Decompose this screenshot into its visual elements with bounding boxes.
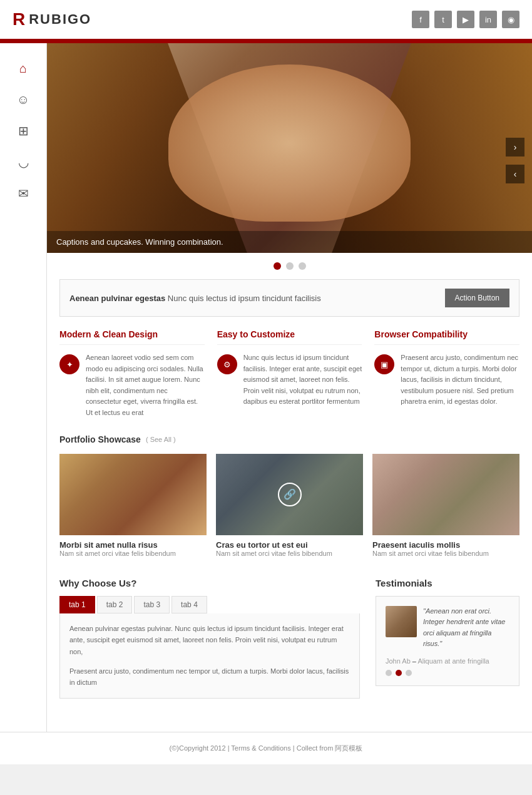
feature-modern-design: Modern & Clean Design ✦ Aenean laoreet v… — [59, 329, 217, 419]
testimonials-quote: "Aenean non erat orci. Integer hendrerit… — [423, 606, 509, 650]
portfolio-name-2: Cras eu tortor ut est eui — [216, 540, 363, 550]
testimonials-box: "Aenean non erat orci. Integer hendrerit… — [376, 596, 519, 686]
twitter-icon[interactable]: t — [434, 11, 452, 28]
testimonials-author: John Ab – Aliquam at ante fringilla — [386, 657, 509, 665]
portfolio-thumb-3: 🔗 — [372, 454, 519, 535]
nav-mail[interactable]: ✉ — [11, 181, 36, 206]
portfolio-name-3: Praesent iaculis mollis — [372, 540, 519, 550]
hero-caption: Captions and cupcakes. Winning combinati… — [47, 231, 532, 253]
testimonials-avatar — [386, 606, 417, 637]
feature-modern-title: Modern & Clean Design — [59, 329, 205, 345]
portfolio-section: Portfolio Showcase ( See All ) 🔗 Morbi s… — [59, 434, 519, 562]
slider-dot-2[interactable] — [286, 262, 294, 270]
portfolio-link-icon-2: 🔗 — [278, 483, 302, 506]
portfolio-info-3: Praesent iaculis mollis Nam sit amet orc… — [372, 535, 519, 562]
why-choose-title: Why Choose Us? — [59, 578, 360, 588]
testimonials-author-name: John Ab — [386, 657, 411, 665]
portfolio-info-2: Cras eu tortor ut est eui Nam sit amet o… — [216, 535, 363, 562]
nav-user[interactable]: ☺ — [11, 87, 36, 112]
feature-customize-icon: ⚙ — [217, 354, 237, 374]
portfolio-thumb-1: 🔗 — [59, 454, 207, 535]
action-text: Aenean pulvinar egestas Nunc quis lectus… — [69, 294, 321, 303]
header: R RUBIGO f t ▶ in ◉ — [0, 0, 532, 41]
facebook-icon[interactable]: f — [412, 11, 429, 28]
action-text-bold: Aenean pulvinar egestas — [69, 294, 165, 303]
footer-text: (©)Copyright 2012 | Terms & Conditions |… — [170, 744, 363, 752]
logo-text: RUBIGO — [29, 11, 91, 28]
linkedin-icon[interactable]: in — [479, 11, 497, 28]
testimonials-dots — [386, 670, 509, 676]
footer: (©)Copyright 2012 | Terms & Conditions |… — [0, 732, 532, 764]
tab-text-1: Aenean pulvinar egestas pulvinar. Nunc q… — [69, 623, 350, 658]
logo-icon: R — [13, 9, 25, 29]
portfolio-overlay-2: 🔗 — [216, 454, 363, 535]
action-bar: Aenean pulvinar egestas Nunc quis lectus… — [59, 279, 519, 317]
hero-skin — [168, 64, 411, 222]
feature-modern-text: Aenean laoreet vodio sed sem com modo eu… — [86, 352, 205, 419]
test-dot-2[interactable] — [396, 670, 402, 676]
portfolio-see-all[interactable]: ( See All ) — [146, 436, 176, 443]
portfolio-desc-3: Nam sit amet orci vitae felis bibendum — [372, 550, 519, 557]
feature-customize-title: Easy to Customize — [217, 329, 362, 345]
sidebar: ⌂ ☺ ⊞ ◡ ✉ — [0, 43, 47, 732]
test-dot-1[interactable] — [386, 670, 392, 676]
feature-modern-body: ✦ Aenean laoreet vodio sed sem com modo … — [59, 352, 205, 419]
tab-text-2: Praesent arcu justo, condimentum nec tem… — [69, 665, 350, 689]
feature-customize-body: ⚙ Nunc quis lectus id ipsum tincidunt fa… — [217, 352, 362, 408]
feature-browser-body: ▣ Praesent arcu justo, condimentum nec t… — [374, 352, 519, 408]
portfolio-title: Portfolio Showcase — [59, 434, 141, 444]
tab-content: Aenean pulvinar egestas pulvinar. Nunc q… — [59, 613, 360, 699]
feature-browser-title: Browser Compatibility — [374, 329, 519, 345]
testimonials-section: Testimonials "Aenean non erat orci. Inte… — [376, 578, 519, 699]
test-dot-3[interactable] — [406, 670, 412, 676]
hero-next-button[interactable]: › — [506, 138, 524, 156]
features-section: Modern & Clean Design ✦ Aenean laoreet v… — [59, 329, 519, 419]
bottom-section: Why Choose Us? tab 1 tab 2 tab 3 tab 4 A… — [59, 578, 519, 699]
testimonials-author-sub: Aliquam at ante fringilla — [417, 657, 489, 665]
tab-4-button[interactable]: tab 4 — [171, 596, 207, 613]
slider-dot-1[interactable] — [274, 262, 281, 270]
portfolio-desc-2: Nam sit amet orci vitae felis bibendum — [216, 550, 363, 557]
action-text-normal: Nunc quis lectus id ipsum tincidunt faci… — [168, 294, 321, 303]
portfolio-name-1: Morbi sit amet nulla risus — [59, 540, 207, 550]
nav-home[interactable]: ⌂ — [11, 56, 36, 81]
tab-1-button[interactable]: tab 1 — [59, 596, 95, 613]
why-choose-section: Why Choose Us? tab 1 tab 2 tab 3 tab 4 A… — [59, 578, 360, 699]
feature-browser-text: Praesent arcu justo, condimentum nec tem… — [401, 352, 519, 408]
hero-slider: › ‹ Captions and cupcakes. Winning combi… — [47, 43, 532, 253]
feature-browser-icon: ▣ — [374, 354, 394, 374]
slider-dots — [47, 253, 532, 279]
tabs-bar: tab 1 tab 2 tab 3 tab 4 — [59, 596, 360, 613]
nav-grid[interactable]: ⊞ — [11, 118, 36, 143]
main-wrapper: ⌂ ☺ ⊞ ◡ ✉ › ‹ Captions and cupcakes. Win… — [0, 43, 532, 732]
testimonials-title: Testimonials — [376, 578, 519, 588]
portfolio-info-1: Morbi sit amet nulla risus Nam sit amet … — [59, 535, 207, 562]
hero-prev-button[interactable]: ‹ — [506, 165, 524, 183]
portfolio-item-1[interactable]: 🔗 Morbi sit amet nulla risus Nam sit ame… — [59, 454, 207, 562]
portfolio-thumb-2: 🔗 — [216, 454, 363, 535]
rss-icon[interactable]: ◉ — [502, 11, 519, 28]
tab-3-button[interactable]: tab 3 — [134, 596, 170, 613]
portfolio-desc-1: Nam sit amet orci vitae felis bibendum — [59, 550, 207, 557]
content: › ‹ Captions and cupcakes. Winning combi… — [47, 43, 532, 732]
portfolio-header: Portfolio Showcase ( See All ) — [59, 434, 519, 444]
testimonials-content: "Aenean non erat orci. Integer hendrerit… — [386, 606, 509, 650]
feature-modern-icon: ✦ — [59, 354, 79, 374]
portfolio-overlay-3: 🔗 — [372, 454, 519, 535]
tab-2-button[interactable]: tab 2 — [97, 596, 133, 613]
nav-chat[interactable]: ◡ — [11, 150, 36, 175]
hero-image — [47, 43, 532, 253]
social-icons: f t ▶ in ◉ — [412, 11, 519, 28]
action-button[interactable]: Action Button — [445, 289, 509, 307]
feature-browser: Browser Compatibility ▣ Praesent arcu ju… — [374, 329, 519, 419]
logo[interactable]: R RUBIGO — [13, 9, 91, 29]
slider-dot-3[interactable] — [299, 262, 306, 270]
portfolio-item-2[interactable]: 🔗 Cras eu tortor ut est eui Nam sit amet… — [216, 454, 363, 562]
portfolio-overlay-1: 🔗 — [59, 454, 207, 535]
portfolio-grid: 🔗 Morbi sit amet nulla risus Nam sit ame… — [59, 454, 519, 562]
youtube-icon[interactable]: ▶ — [457, 11, 474, 28]
feature-customize-text: Nunc quis lectus id ipsum tincidunt faci… — [243, 352, 362, 408]
portfolio-item-3[interactable]: 🔗 Praesent iaculis mollis Nam sit amet o… — [372, 454, 519, 562]
feature-customize: Easy to Customize ⚙ Nunc quis lectus id … — [217, 329, 375, 419]
